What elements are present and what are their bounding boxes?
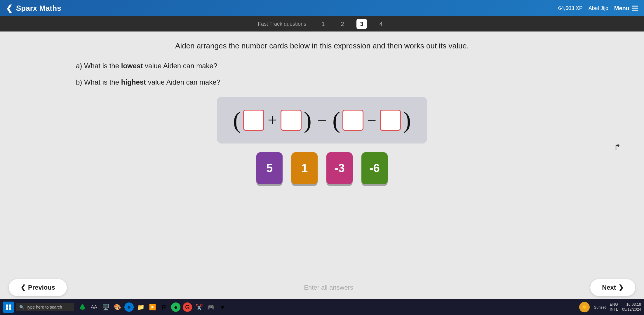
top-bar: ❮ Sparx Maths 64,603 XP Abel Jijo Menu	[0, 0, 644, 16]
previous-label: Previous	[28, 284, 55, 291]
bottom-nav: ❮ Previous Enter all answers Next ❯	[0, 276, 644, 299]
previous-button[interactable]: ❮ Previous	[9, 279, 67, 296]
plus-op: +	[268, 111, 277, 130]
question-intro: Aiden arranges the number cards below in…	[18, 40, 626, 52]
taskbar-icon-11[interactable]: ✂️	[194, 302, 204, 312]
taskbar-icon-6[interactable]: 📁	[136, 302, 145, 312]
question-part-b: b) What is the highest value Aiden can m…	[76, 77, 626, 88]
expression: ( + ) − ( − )	[233, 108, 411, 132]
expression-box: ( + ) − ( − )	[217, 97, 427, 144]
taskbar-icon-7[interactable]: ▶️	[148, 302, 157, 312]
card-neg6[interactable]: -6	[361, 152, 388, 184]
menu-button[interactable]: Menu	[614, 5, 638, 12]
taskbar-region: INTL	[610, 307, 618, 312]
expr-box-3[interactable]	[342, 110, 363, 131]
svg-rect-2	[6, 307, 8, 310]
svg-rect-3	[9, 307, 11, 310]
svg-rect-1	[9, 304, 11, 307]
taskbar-time: 16:03:18 05/12/2024	[622, 302, 641, 312]
number-cards: 5 1 -3 -6	[18, 152, 626, 184]
taskbar-icon-13[interactable]: ♥️	[218, 302, 227, 312]
weather-icon: ☀️	[579, 302, 590, 312]
close-paren-2: )	[403, 108, 411, 132]
next-label: Next	[602, 284, 616, 291]
taskbar-icon-3[interactable]: 🖥️	[101, 302, 110, 312]
minus-op-main: −	[317, 111, 327, 130]
taskbar-icon-2[interactable]: AA	[89, 302, 99, 312]
menu-label: Menu	[614, 5, 629, 12]
taskbar: 🔍 Type here to search 🌲 AA 🖥️ 🎨 e 📁 ▶️ ⊞…	[0, 299, 644, 315]
taskbar-icon-4[interactable]: 🎨	[113, 302, 122, 312]
progress-steps: 1 2 3 4	[318, 19, 386, 29]
back-button[interactable]: ❮	[6, 4, 13, 13]
minus-op-inner: −	[367, 111, 376, 130]
progress-bar: Fast Track questions 1 2 3 4	[0, 16, 644, 32]
question-part-a: a) What is the lowest value Aiden can ma…	[76, 60, 626, 71]
next-arrow-icon: ❯	[618, 284, 624, 291]
weather-label: Sunset	[594, 305, 605, 309]
windows-icon	[6, 304, 11, 310]
clock-date: 05/12/2024	[622, 307, 641, 312]
step-4[interactable]: 4	[376, 19, 386, 29]
taskbar-search-box[interactable]: 🔍 Type here to search	[16, 303, 74, 311]
card-neg3[interactable]: -3	[326, 152, 353, 184]
clock-time: 16:03:18	[622, 302, 641, 307]
taskbar-lang: ENG	[610, 302, 618, 307]
hamburger-icon	[632, 6, 638, 11]
taskbar-icon-12[interactable]: 🎮	[206, 302, 215, 312]
open-paren-2: (	[333, 108, 340, 132]
taskbar-icon-5[interactable]: e	[124, 302, 134, 312]
taskbar-search-icon: 🔍	[19, 305, 24, 309]
taskbar-search-label: Type here to search	[26, 305, 62, 309]
cursor-indicator: ↱	[614, 142, 621, 152]
xp-display: 64,603 XP	[558, 5, 583, 11]
expr-box-4[interactable]	[380, 110, 401, 131]
enter-answers-hint: Enter all answers	[304, 284, 353, 291]
taskbar-icon-9[interactable]: ●	[171, 302, 180, 312]
card-5[interactable]: 5	[256, 152, 283, 184]
next-button[interactable]: Next ❯	[590, 279, 635, 296]
top-bar-left: ❮ Sparx Maths	[6, 4, 61, 13]
taskbar-clock: ENG INTL	[610, 302, 618, 312]
app-title: Sparx Maths	[16, 4, 61, 13]
card-1[interactable]: 1	[291, 152, 318, 184]
expr-box-1[interactable]	[243, 110, 264, 131]
top-bar-right: 64,603 XP Abel Jijo Menu	[558, 5, 638, 12]
progress-label: Fast Track questions	[258, 21, 306, 27]
user-name: Abel Jijo	[589, 5, 608, 11]
step-1[interactable]: 1	[318, 19, 328, 29]
main-content: Aiden arranges the number cards below in…	[0, 32, 644, 288]
taskbar-icon-8[interactable]: ⊞	[159, 302, 169, 312]
taskbar-icons: 🌲 AA 🖥️ 🎨 e 📁 ▶️ ⊞ ● G ✂️ 🎮 ♥️	[78, 302, 227, 312]
prev-arrow-icon: ❮	[20, 284, 26, 291]
open-paren-1: (	[233, 108, 241, 132]
taskbar-icon-10[interactable]: G	[183, 302, 192, 312]
step-3[interactable]: 3	[356, 19, 367, 29]
svg-rect-0	[6, 304, 8, 307]
start-button[interactable]	[3, 302, 14, 313]
taskbar-icon-1[interactable]: 🌲	[78, 302, 87, 312]
close-paren-1: )	[304, 108, 312, 132]
step-2[interactable]: 2	[337, 19, 348, 29]
expr-box-2[interactable]	[281, 110, 302, 131]
taskbar-right: ☀️ Sunset ENG INTL 16:03:18 05/12/2024	[579, 302, 641, 312]
